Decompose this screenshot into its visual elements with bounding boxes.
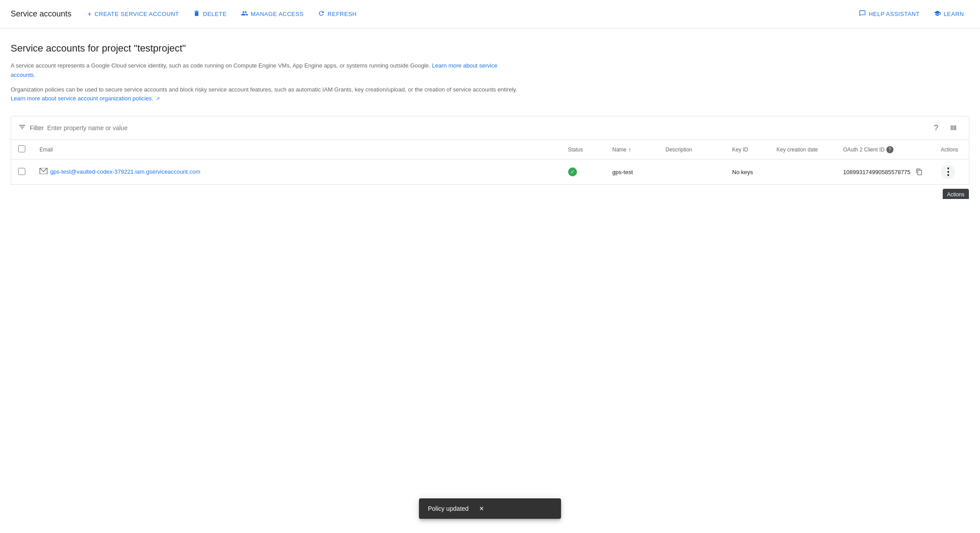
filter-bar: Filter ? [11,116,969,140]
filter-icon [18,123,26,133]
main-content: Service accounts for project "testprojec… [0,28,980,199]
refresh-button[interactable]: REFRESH [312,6,362,22]
question-mark-icon: ? [934,123,938,133]
sort-arrow-icon: ↑ [628,146,632,153]
delete-icon [193,10,200,19]
learn-org-policy-link[interactable]: Learn more about service account organiz… [11,95,160,102]
status-active-icon: ✓ [568,167,577,176]
th-key-id: Key ID [725,140,770,159]
select-all-header [11,140,33,159]
row-name-cell: gps-test [605,159,659,185]
page-title: Service accounts [11,9,71,19]
th-name[interactable]: Name ↑ [605,140,659,159]
email-text: gps-test@vaulted-codex-379221.iam.gservi… [50,167,200,176]
plus-icon: + [87,10,92,18]
filter-label: Filter [30,124,43,131]
name-sort-header: Name ↑ [612,146,652,153]
th-description: Description [659,140,725,159]
toolbar: Service accounts + CREATE SERVICE ACCOUN… [0,0,980,28]
th-actions: Actions [934,140,969,159]
help-assistant-button[interactable]: HELP ASSISTANT [854,6,925,22]
select-all-checkbox[interactable] [18,145,25,152]
row-key-id-cell: No keys [725,159,770,185]
description-text: A service account represents a Google Cl… [11,61,499,80]
row-actions-cell: ⋮ Actions [934,159,969,185]
row-actions-button[interactable]: ⋮ [941,165,955,179]
table-row: gps-test@vaulted-codex-379221.iam.gservi… [11,159,969,185]
th-oauth-client-id: OAuth 2 Client ID ? [836,140,934,159]
learn-button[interactable]: LEARN [929,6,969,22]
oauth-help-icon[interactable]: ? [886,146,893,153]
th-status: Status [561,140,605,159]
row-oauth-cell: 108993174990585578775 [836,159,934,185]
learn-icon [934,10,941,19]
th-email: Email [32,140,561,159]
columns-icon [949,123,958,132]
filter-input[interactable] [47,124,925,131]
row-checkbox[interactable] [18,168,25,175]
three-dot-icon: ⋮ [943,166,952,178]
manage-access-button[interactable]: MANAGE ACCESS [236,6,309,22]
oauth-header-with-help: OAuth 2 Client ID ? [843,146,893,153]
email-link[interactable]: gps-test@vaulted-codex-379221.iam.gservi… [40,167,554,176]
row-description-cell [659,159,725,185]
th-key-creation-date: Key creation date [770,140,836,159]
page-heading: Service accounts for project "testprojec… [11,43,969,54]
refresh-icon [318,10,325,19]
manage-access-icon [241,10,248,19]
service-accounts-table: Email Status Name ↑ Description Key ID [11,140,969,185]
help-assistant-icon [859,10,866,19]
row-checkbox-cell [11,159,33,185]
row-email-cell: gps-test@vaulted-codex-379221.iam.gservi… [32,159,561,185]
row-key-creation-cell [770,159,836,185]
org-policy-text: Organization policies can be used to sec… [11,85,543,104]
copy-oauth-id-button[interactable] [913,166,925,178]
copy-icon [916,168,923,175]
service-account-email-icon [40,168,47,176]
oauth-id-container: 108993174990585578775 [843,166,927,178]
actions-tooltip: Actions [943,189,969,199]
filter-bar-actions: ? [928,120,962,136]
delete-button[interactable]: DELETE [188,6,232,22]
create-service-account-button[interactable]: + CREATE SERVICE ACCOUNT [82,7,184,22]
table-header-row: Email Status Name ↑ Description Key ID [11,140,969,159]
external-link-icon: ↗ [156,96,160,101]
help-icon-btn[interactable]: ? [928,120,944,136]
columns-toggle-btn[interactable] [946,120,962,136]
row-status-cell: ✓ [561,159,605,185]
